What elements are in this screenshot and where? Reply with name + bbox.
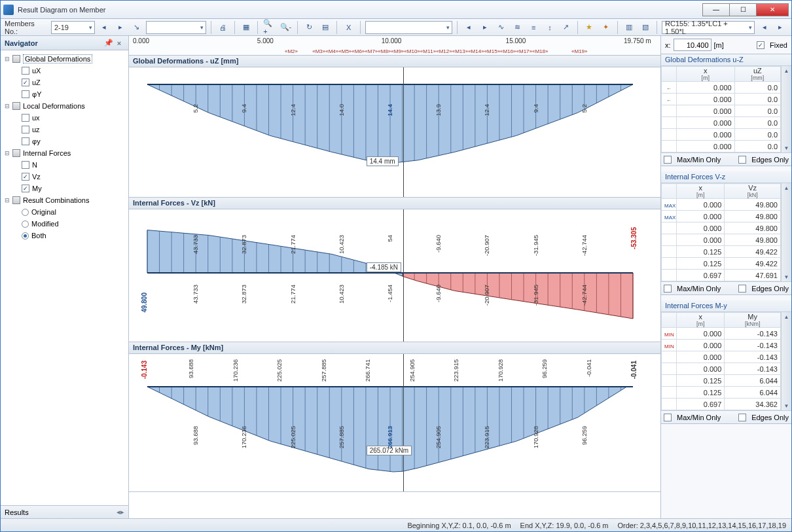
table-row[interactable]: MAX0.00049.800: [662, 211, 781, 222]
table-row[interactable]: 0.1256.044: [662, 387, 781, 399]
edges-checkbox[interactable]: [738, 414, 746, 421]
lc-prev-icon[interactable]: ◂: [757, 20, 771, 35]
statusbar: Beginning X,Y,Z: 0.1, 0.0, -0.6 m End X,…: [1, 518, 791, 531]
color-legend-icon[interactable]: ▦: [239, 20, 253, 35]
edges-checkbox[interactable]: [738, 156, 746, 164]
navigator-tree[interactable]: ⊟Global DeformationsuX✓uZφY⊟Local Deform…: [1, 50, 128, 505]
maxmin-checkbox[interactable]: [664, 414, 672, 421]
nav-first-icon[interactable]: ◂: [462, 20, 476, 35]
table-row[interactable]: MIN0.000-0.143: [662, 340, 781, 351]
scrollbar[interactable]: ▲▼: [781, 66, 791, 152]
maximize-button[interactable]: ☐: [729, 3, 757, 16]
grid-values-icon[interactable]: ▥: [622, 20, 636, 35]
minimize-button[interactable]: —: [702, 3, 730, 16]
ruler-tick: 10.000: [382, 37, 402, 44]
table-row[interactable]: 0.1256.044: [662, 375, 781, 387]
navigator-panel: Navigator 📌 × ⊟Global DeformationsuX✓uZφ…: [1, 36, 129, 518]
ruler-tick: 5.000: [257, 37, 274, 44]
table-row[interactable]: ←0.0000.0: [662, 94, 781, 105]
fixed-label: Fixed: [770, 41, 787, 49]
table-row[interactable]: MAX0.00049.800: [662, 199, 781, 211]
star-gold-icon[interactable]: ★: [583, 20, 596, 35]
edges-checkbox[interactable]: [738, 285, 746, 293]
grid-title: Global Deformations u-Z: [661, 54, 791, 66]
tree-item-ux[interactable]: ux: [2, 112, 127, 124]
excel-export-icon[interactable]: X: [342, 20, 355, 35]
refresh-icon[interactable]: ↻: [302, 20, 316, 35]
right-data-column: x: [m] ✓ Fixed Global Deformations u-Zx[…: [660, 36, 791, 518]
lc-next-icon[interactable]: ▸: [774, 20, 787, 35]
nav-last-icon[interactable]: ▸: [478, 20, 492, 35]
tree-item-both[interactable]: Both: [2, 230, 127, 241]
grid-title: Internal Forces M-y: [661, 300, 791, 312]
tree-item-uz[interactable]: uz: [2, 124, 127, 135]
smooth-icon[interactable]: ∿: [494, 20, 508, 35]
table-row[interactable]: 0.000-0.143: [662, 351, 781, 363]
table-row[interactable]: 0.69734.362: [662, 399, 781, 410]
table-row[interactable]: 0.0000.0: [662, 129, 781, 141]
tree-group[interactable]: ⊟Internal Forces: [2, 147, 127, 159]
table-row[interactable]: 0.12549.422: [662, 258, 781, 270]
tree-item-N[interactable]: N: [2, 159, 127, 171]
next-member-button[interactable]: ▸: [114, 20, 128, 35]
status-end: End X,Y,Z: 19.9, 0.0, -0.6 m: [520, 522, 609, 529]
tree-group[interactable]: ⊟Global Deformations: [2, 53, 127, 65]
scrollbar[interactable]: ▲▼: [781, 312, 791, 410]
pin-icon[interactable]: 📌: [103, 39, 114, 47]
ruler: 0.0005.00010.00015.00019.750 m«M2» «M3»«…: [129, 36, 660, 56]
table-row[interactable]: 0.0000.0: [662, 141, 781, 152]
scrollbar[interactable]: ▲▼: [781, 183, 791, 281]
tree-item-My[interactable]: ✓My: [2, 183, 127, 194]
titlebar: Result Diagram on Member — ☐ ✕: [1, 1, 791, 19]
grid-toggle-icon[interactable]: ▧: [638, 20, 652, 35]
zoom-in-icon[interactable]: 🔍+: [262, 20, 276, 35]
table-row[interactable]: 0.0000.0: [662, 105, 781, 117]
print-icon[interactable]: 🖨: [216, 20, 230, 35]
footer-next-icon[interactable]: ▸: [120, 508, 124, 516]
star-add-icon[interactable]: ✦: [599, 20, 613, 35]
x-input[interactable]: [674, 39, 711, 51]
segments-icon[interactable]: ≋: [511, 20, 524, 35]
aux-combo[interactable]: [146, 21, 206, 34]
app-icon: [3, 5, 14, 15]
table-row[interactable]: 0.00049.800: [662, 234, 781, 246]
diagram-panel: Global Deformations - uZ [mm]14.4 mm5.29…: [129, 56, 660, 198]
tree-item-phiy[interactable]: φy: [2, 135, 127, 147]
zoom-out-icon[interactable]: 🔍-: [279, 20, 293, 35]
status-begin: Beginning X,Y,Z: 0.1, 0.0, -0.6 m: [407, 522, 511, 529]
tree-item-orig[interactable]: Original: [2, 206, 127, 218]
chart-line-icon[interactable]: ↗: [559, 20, 573, 35]
cursor-tooltip: -4.185 kN: [367, 262, 401, 272]
tree-item-Vz[interactable]: ✓Vz: [2, 171, 127, 183]
table-row[interactable]: ←0.0000.0: [662, 82, 781, 94]
fixed-checkbox[interactable]: ✓: [757, 41, 765, 49]
table-row[interactable]: 0.00049.800: [662, 222, 781, 234]
prev-member-button[interactable]: ◂: [98, 20, 111, 35]
values-icon[interactable]: ≡: [527, 20, 541, 35]
table-row[interactable]: 0.69747.691: [662, 270, 781, 281]
pick-member-button[interactable]: ↘: [130, 20, 144, 35]
tree-item-uX[interactable]: uX: [2, 65, 127, 77]
maxmin-checkbox[interactable]: [664, 285, 672, 293]
plots-area: 0.0005.00010.00015.00019.750 m«M2» «M3»«…: [129, 36, 660, 518]
tree-item-phiY[interactable]: φY: [2, 88, 127, 100]
members-combo[interactable]: 2-19: [51, 21, 95, 34]
cursor-tooltip: 14.4 mm: [367, 156, 399, 166]
tree-group[interactable]: ⊟Local Deformations: [2, 100, 127, 112]
table-row[interactable]: MIN0.000-0.143: [662, 328, 781, 340]
close-button[interactable]: ✕: [756, 3, 789, 16]
table-icon[interactable]: ▤: [318, 20, 332, 35]
maxmin-checkbox[interactable]: [664, 156, 672, 164]
table-row[interactable]: 0.000-0.143: [662, 363, 781, 375]
table-row[interactable]: 0.12549.422: [662, 246, 781, 258]
table-row[interactable]: 0.0000.0: [662, 117, 781, 129]
panel-title: Internal Forces - Vz [kN]: [129, 198, 660, 209]
tree-item-mod[interactable]: Modified: [2, 218, 127, 230]
tree-group[interactable]: ⊟Result Combinations: [2, 194, 127, 206]
filter-combo[interactable]: [365, 21, 452, 34]
extremes-icon[interactable]: ↕: [543, 20, 557, 35]
status-order: Order: 2,3,4,5,6,7,8,9,10,11,12,13,14,15…: [618, 522, 786, 529]
loadcase-combo[interactable]: RC155: 1.35*LC1 + 1.50*L: [662, 21, 755, 34]
close-navigator-icon[interactable]: ×: [114, 39, 124, 47]
tree-item-uZ[interactable]: ✓uZ: [2, 77, 127, 88]
